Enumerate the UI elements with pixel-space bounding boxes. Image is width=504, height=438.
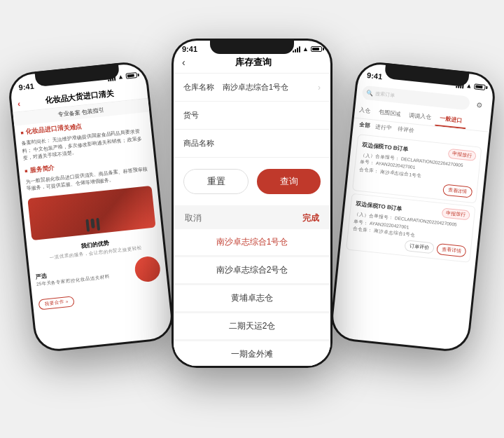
order1-type: 双边保税TO B订单 [361,140,409,153]
center-header: ‹ 库存查询 [174,53,330,74]
center-btn-row: 重置 查询 [174,158,330,205]
wifi-icon: ▲ [117,73,124,81]
order2-rate-button[interactable]: 订单评价 [404,240,434,254]
sheet-item-3[interactable]: 二期天运2仓 [174,313,330,340]
center-battery-icon [311,46,322,52]
makeup-item [85,219,90,231]
sheet-cancel-button[interactable]: 取消 [185,212,202,224]
product-code-label: 货号 [183,110,223,121]
center-notch [210,39,294,54]
product-name-label: 商品名称 [183,138,223,149]
product-name-row[interactable]: 商品名称 [174,130,330,158]
order1-action-button[interactable]: 申报放行 [448,149,477,161]
left-strict-text: 严选 25年关务专家把控化妆品清关材料 [36,264,132,287]
bottom-sheet: 取消 完成 南沙卓志综合1号仓 南沙卓志综合2号仓 黄埔卓志仓 二期天运2仓 一… [174,205,330,366]
center-signal-bars-icon [293,46,300,53]
warehouse-label: 仓库名称 [183,82,223,93]
right-screen: 9:41 ▲ 🔍 搜索订单 ⚙ [331,62,495,351]
center-phone: 9:41 ▲ ‹ 库存查询 仓库名称 南沙卓志综合1号仓 [172,39,332,368]
search-icon: 🔍 [366,90,374,97]
battery-icon [125,72,137,79]
center-status-time: 9:41 [182,45,197,53]
tab-warehouse-in[interactable]: 入仓 [354,103,375,120]
sheet-item-4[interactable]: 一期金外滩 [174,341,330,366]
left-status-time: 9:41 [18,82,34,92]
right-phone: 9:41 ▲ 🔍 搜索订单 ⚙ [329,60,498,354]
back-arrow-icon[interactable]: ‹ [17,98,20,108]
order-card-1: 双边保税TO B订单 申报放行 （入）合单报号： DECLARATION2022… [352,134,482,203]
left-screen: 9:41 ▲ ‹ 化妆品大货进口清关 专业备案 包装指引 化妆品进口清关难点 [9,62,173,351]
makeup-item [90,218,94,228]
order1-detail-button[interactable]: 查看详情 [442,184,472,198]
sheet-action-row: 取消 完成 [174,205,330,228]
scene: 9:41 ▲ ‹ 化妆品大货进口清关 专业备案 包装指引 化妆品进口清关难点 [0,0,504,438]
tab-in-progress[interactable]: 进行中 [375,123,393,132]
product-code-row[interactable]: 货号 [174,102,330,130]
right-status-time: 9:41 [367,71,383,81]
warehouse-row[interactable]: 仓库名称 南沙卓志综合1号仓 › [174,74,330,102]
makeup-items [85,217,100,231]
sheet-item-2[interactable]: 黄埔卓志仓 [174,285,330,312]
left-phone: 9:41 ▲ ‹ 化妆品大货进口清关 专业备案 包装指引 化妆品进口清关难点 [7,60,176,354]
order-card-2: 双边保税TO B订单 申报放行 （入）合单报号： DECLARATION2022… [346,193,476,263]
order2-detail-button[interactable]: 查看详情 [436,243,466,257]
right-wifi-icon: ▲ [465,82,472,90]
center-status-icons: ▲ [293,46,322,53]
warehouse-value: 南沙卓志综合1号仓 [223,82,318,93]
right-battery-icon [474,83,486,90]
makeup-item [96,217,100,230]
left-cosmetics-image [27,185,155,240]
tab-pending-review[interactable]: 待评价 [398,125,415,134]
search-placeholder-text: 搜索订单 [375,90,396,100]
filter-icon[interactable]: ⚙ [472,97,487,112]
tab-all[interactable]: 全部 [358,121,370,130]
sheet-item-0[interactable]: 南沙卓志综合1号仓 [174,229,330,256]
warehouse-arrow-icon: › [318,83,321,93]
order2-action-button[interactable]: 申报放行 [442,208,470,221]
sheet-done-button[interactable]: 完成 [302,212,319,224]
center-screen: 9:41 ▲ ‹ 库存查询 仓库名称 南沙卓志综合1号仓 [174,41,330,366]
tab-packing-zone[interactable]: 包围区域 [374,105,406,123]
center-wifi-icon: ▲ [302,46,309,53]
center-form: 仓库名称 南沙卓志综合1号仓 › 货号 商品名称 [174,74,330,158]
order2-type: 双边保税TO B订单 [355,200,402,212]
strict-image [134,255,162,283]
center-page-title: 库存查询 [186,56,322,69]
sheet-item-1[interactable]: 南沙卓志综合2号仓 [174,257,330,284]
reset-button[interactable]: 重置 [183,169,248,194]
left-cta-button[interactable]: 我要合作 » [38,296,75,310]
tab-transfer-in[interactable]: 调调入仓 [404,108,436,125]
tab-general-import[interactable]: 一般进口 [435,111,467,129]
query-button[interactable]: 查询 [257,169,321,194]
